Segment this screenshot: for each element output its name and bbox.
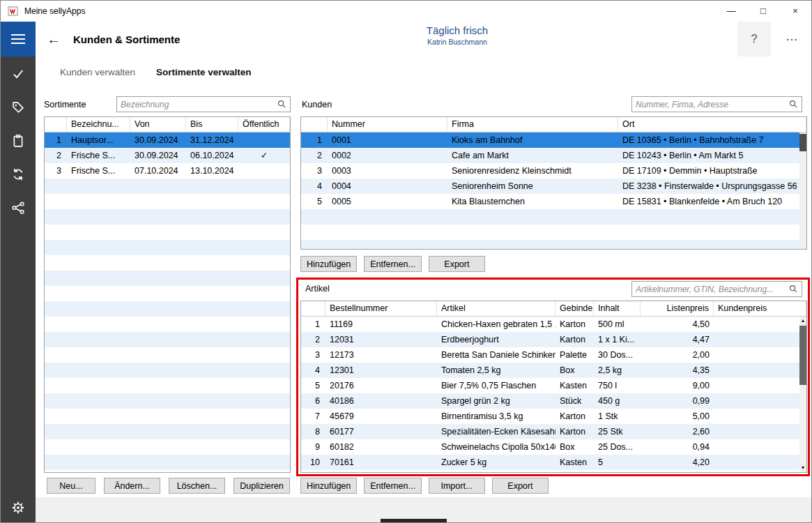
cell-bezeichnung: Frische S...	[67, 163, 130, 179]
column-header-num[interactable]	[45, 117, 67, 132]
column-header-bis[interactable]: Bis	[186, 117, 238, 132]
hamburger-menu-button[interactable]	[1, 22, 36, 56]
table-row[interactable]: 10001Kioks am BahnhofDE 10365 • Berlin •…	[301, 132, 806, 148]
table-row[interactable]: 50005Kita BlausternchenDE 15831 • Blanke…	[301, 194, 806, 209]
scroll-up-icon[interactable]: ▲	[799, 317, 806, 325]
account-switcher[interactable]: Täglich frisch Katrin Buschmann	[370, 24, 544, 46]
more-button[interactable]: …	[776, 22, 807, 56]
table-row[interactable]: 640186Spargel grün 2 kgStück450 g0,99	[301, 393, 806, 409]
cell-gebinde: Karton	[556, 409, 594, 424]
artikel-hinzufuegen-button[interactable]: Hinzufügen	[300, 478, 357, 494]
kunden-hinzufuegen-button[interactable]: Hinzufügen	[300, 256, 357, 272]
column-header-num[interactable]	[301, 117, 328, 132]
cell-kundenpreis	[714, 363, 806, 378]
artikel-import-button[interactable]: Import...	[429, 478, 485, 494]
search-icon[interactable]	[789, 100, 798, 109]
sortimente-loeschen-button[interactable]: Löschen...	[169, 478, 225, 494]
cell-nummer: 0004	[328, 179, 447, 194]
table-row[interactable]: 860177Spezialitäten-Ecken KäsesahneKarto…	[301, 424, 806, 439]
tab-sortimente-verwalten[interactable]: Sortimente verwalten	[156, 67, 252, 77]
cell-artikel: Schweinelachs Cipolla 50x140g	[437, 439, 556, 455]
table-row[interactable]: 111169Chicken-Haxen gebraten 1,5 ...Kart…	[301, 317, 806, 332]
table-row[interactable]: 3Frische S...07.10.202413.10.2024	[45, 163, 290, 179]
cell-listenpreis: 2,60	[641, 424, 714, 439]
cell-num: 10	[301, 455, 325, 470]
sortimente-search-input[interactable]	[117, 97, 277, 112]
table-row[interactable]: 212031ErdbeerjoghurtKarton1 x 1 Ki...4,4…	[301, 332, 806, 347]
empty-row	[45, 301, 290, 317]
cell-artikel: Birnentiramisu 3,5 kg	[437, 409, 556, 424]
table-row[interactable]: 520176Bier 7,5% 0,75 FlaschenKasten750 l…	[301, 378, 806, 393]
cell-num: 1	[45, 132, 67, 148]
sidebar	[1, 56, 36, 523]
tab-kunden-verwalten[interactable]: Kunden verwalten	[60, 67, 135, 77]
menu-icon	[11, 34, 25, 36]
kunden-entfernen-button[interactable]: Entfernen...	[364, 256, 422, 272]
table-row[interactable]: 960182Schweinelachs Cipolla 50x140gBox25…	[301, 439, 806, 455]
table-row[interactable]: 40004Seniorenheim SonneDE 3238 • Finster…	[301, 179, 806, 194]
column-header-nummer[interactable]: Nummer	[328, 117, 447, 132]
cell-num: 2	[45, 148, 67, 163]
scroll-down-icon[interactable]: ▼	[799, 464, 806, 472]
kunden-search-input[interactable]	[632, 97, 789, 112]
artikel-label: Artikel	[305, 284, 330, 294]
sidebar-item-sync[interactable]	[10, 167, 26, 182]
column-header-inhalt[interactable]: Inhalt	[594, 301, 641, 316]
cell-listenpreis: 9,00	[641, 378, 714, 393]
cell-num: 4	[301, 179, 328, 194]
cell-bis: 31.12.2024	[186, 132, 238, 148]
sortimente-neu-button[interactable]: Neu...	[47, 478, 95, 494]
column-header-listenpreis[interactable]: Listenpreis	[641, 301, 714, 316]
cell-inhalt: 25 Stk	[594, 424, 641, 439]
help-button[interactable]: ?	[737, 22, 771, 56]
sortimente-duplizieren-button[interactable]: Duplizieren	[233, 478, 290, 494]
empty-row	[45, 225, 290, 240]
column-header-artikel[interactable]: Artikel	[437, 301, 556, 316]
table-row[interactable]: 1070161Zucker 5 kgKasten54,20	[301, 455, 806, 470]
sortimente-aendern-button[interactable]: Ändern...	[104, 478, 160, 494]
kunden-scrollbar[interactable]	[799, 132, 806, 249]
cell-listenpreis: 0,94	[641, 439, 714, 455]
column-header-firma[interactable]: Firma	[447, 117, 618, 132]
table-row[interactable]: 312173Beretta San Daniele Schinken ...Pa…	[301, 347, 806, 363]
close-button[interactable]: ×	[779, 1, 811, 21]
cell-num: 2	[301, 332, 325, 347]
table-row[interactable]: 1Hauptsor...30.09.202431.12.2024	[45, 132, 290, 148]
artikel-export-button[interactable]: Export	[492, 478, 549, 494]
empty-row	[45, 179, 290, 194]
table-row[interactable]: 745679Birnentiramisu 3,5 kgKarton1 Stk5,…	[301, 409, 806, 424]
search-icon[interactable]	[277, 100, 286, 109]
artikel-scrollbar[interactable]: ▲ ▼	[799, 317, 806, 472]
column-header-ort[interactable]: Ort	[618, 117, 806, 132]
table-row[interactable]: 412301Tomaten 2,5 kgBox2,5 kg4,35	[301, 363, 806, 378]
artikel-search-input[interactable]	[632, 282, 789, 296]
settings-button[interactable]	[10, 500, 26, 515]
search-icon[interactable]	[789, 285, 798, 294]
cell-num: 3	[301, 347, 325, 363]
sidebar-item-listen[interactable]	[10, 133, 26, 149]
table-row[interactable]: 20002Cafe am MarktDE 10243 • Berlin • Am…	[301, 148, 806, 163]
sidebar-item-tasks[interactable]	[10, 66, 26, 82]
column-header-bezeichnung[interactable]: Bezeichnu...	[67, 117, 130, 132]
table-row[interactable]: 30003Seniorenresidenz KleinschmidtDE 171…	[301, 163, 806, 179]
cell-inhalt: 1 Stk	[594, 409, 641, 424]
column-header-num[interactable]	[301, 301, 325, 316]
back-button[interactable]: ←	[47, 22, 61, 56]
column-header-bestellnummer[interactable]: Bestellnummer	[325, 301, 437, 316]
minimize-button[interactable]: —	[715, 1, 747, 21]
column-header-kundenpreis[interactable]: Kundenpreis	[714, 301, 806, 316]
sidebar-item-share[interactable]	[10, 200, 26, 215]
tab-bar: Kunden verwalten Sortimente verwalten	[36, 56, 812, 87]
scrollbar-thumb[interactable]	[799, 326, 806, 385]
maximize-button[interactable]: □	[747, 1, 779, 21]
empty-row	[301, 470, 806, 472]
artikel-entfernen-button[interactable]: Entfernen...	[364, 478, 422, 494]
scrollbar-thumb[interactable]	[799, 134, 806, 151]
table-row[interactable]: 2Frische S...30.09.202406.10.2024✓	[45, 148, 290, 163]
sidebar-item-sortimente[interactable]	[10, 100, 26, 115]
column-header-gebinde[interactable]: Gebinde	[556, 301, 594, 316]
column-header-oeffentlich[interactable]: Öffentlich	[238, 117, 290, 132]
kunden-export-button[interactable]: Export	[429, 256, 485, 272]
kunden-table-header: NummerFirmaOrt	[301, 117, 806, 132]
column-header-von[interactable]: Von	[130, 117, 186, 132]
